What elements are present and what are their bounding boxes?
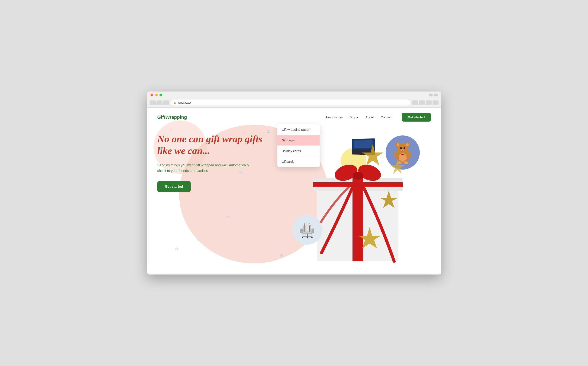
gold-star-1 <box>356 142 390 176</box>
action-btn-2[interactable] <box>419 100 425 105</box>
nav-how-it-works[interactable]: How it works <box>325 115 343 119</box>
svg-point-25 <box>400 147 402 149</box>
dropdown-item-giftcards[interactable]: Giftcards <box>277 156 320 167</box>
minimize-button[interactable] <box>155 94 158 96</box>
dropdown-item-wrapping-paper[interactable]: Gift wrapping paper <box>277 124 320 135</box>
svg-point-28 <box>402 150 404 152</box>
forward-button[interactable] <box>157 100 163 105</box>
snowflake-4: ❄ <box>175 246 179 252</box>
chevron-up-icon <box>356 117 359 118</box>
action-btn-4[interactable] <box>432 100 439 105</box>
drag-area <box>164 94 427 96</box>
buy-dropdown: Gift wrapping paper Gift bows Holiday ca… <box>277 124 320 167</box>
action-btn-3[interactable] <box>426 100 432 105</box>
svg-rect-10 <box>311 229 314 233</box>
svg-point-26 <box>403 147 405 149</box>
nav-buy-label: Buy <box>350 115 355 119</box>
url-text: https://www. <box>178 101 191 104</box>
window-controls <box>429 94 438 96</box>
svg-rect-18 <box>309 225 310 232</box>
maximize-button[interactable] <box>159 94 162 96</box>
browser-action-btns <box>412 100 439 105</box>
page-content: ❄ ❄ ❄ ❄ ❄ ❄ GiftWrapping How it works Bu… <box>147 108 441 274</box>
nav-btn-group <box>150 100 169 105</box>
gold-star-3 <box>353 225 386 258</box>
window-btn-2 <box>434 94 438 96</box>
logo[interactable]: GiftWrapping <box>157 114 187 120</box>
navbar: GiftWrapping How it works Buy About Cont… <box>147 108 441 127</box>
svg-point-22 <box>397 143 399 146</box>
nav-links: How it works Buy About Contact <box>325 115 392 119</box>
svg-point-24 <box>406 143 409 146</box>
get-started-nav-button[interactable]: Get started <box>402 113 431 122</box>
svg-point-14 <box>302 236 303 238</box>
svg-rect-3 <box>313 182 403 187</box>
svg-rect-9 <box>300 229 303 233</box>
dropdown-item-holiday-cards[interactable]: Holiday cards <box>277 146 320 156</box>
svg-rect-17 <box>304 225 305 232</box>
hero-subtext: Send us things you want gift wrapped and… <box>157 162 251 173</box>
action-btn-1[interactable] <box>412 100 418 105</box>
nav-about[interactable]: About <box>365 115 374 119</box>
get-started-hero-button[interactable]: Get started <box>157 181 191 192</box>
svg-point-34 <box>402 154 403 155</box>
lock-icon: 🔒 <box>173 101 176 104</box>
window-btn-1 <box>429 94 432 96</box>
nav-contact[interactable]: Contact <box>381 115 392 119</box>
browser-toolbar: 🔒 https://www. <box>147 99 441 107</box>
hero-headline: No one can gift wrap gifts like we can..… <box>157 133 277 157</box>
close-button[interactable] <box>150 94 153 96</box>
svg-point-16 <box>306 237 308 238</box>
address-bar[interactable]: 🔒 https://www. <box>171 100 410 106</box>
browser-titlebar <box>147 92 441 99</box>
svg-rect-8 <box>303 231 312 234</box>
gold-star-4 <box>388 159 407 178</box>
browser-window: 🔒 https://www. ❄ ❄ ❄ ❄ ❄ ❄ GiftWrapping … <box>147 92 441 274</box>
reload-button[interactable] <box>163 100 169 105</box>
gold-star-2 <box>375 189 403 216</box>
browser-chrome: 🔒 https://www. <box>147 92 441 108</box>
nav-buy-dropdown-trigger[interactable]: Buy <box>350 115 359 119</box>
dropdown-item-gift-bows[interactable]: Gift bows <box>277 135 320 146</box>
svg-point-15 <box>311 236 313 238</box>
back-button[interactable] <box>150 100 156 105</box>
chair-product-circle <box>292 215 322 245</box>
